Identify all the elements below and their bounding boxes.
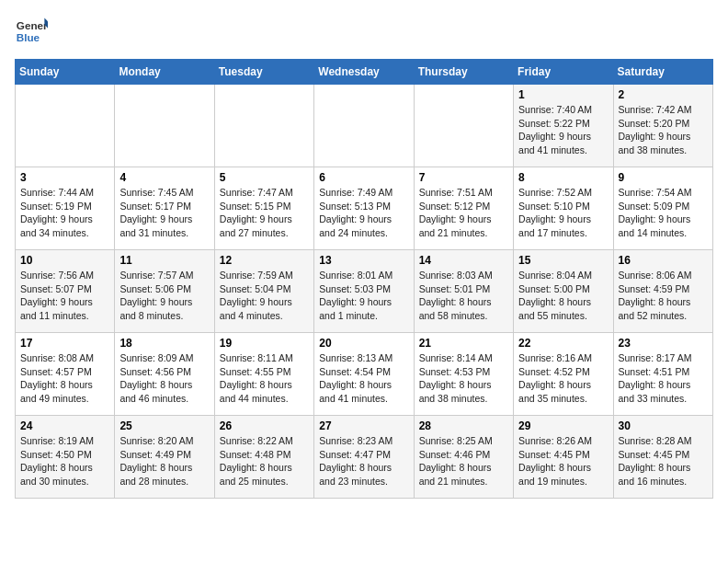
logo: General Blue <box>15 15 51 48</box>
header-day-sunday: Sunday <box>16 60 115 85</box>
day-info: Sunrise: 7:44 AM Sunset: 5:19 PM Dayligh… <box>20 186 109 240</box>
week-row-0: 1Sunrise: 7:40 AM Sunset: 5:22 PM Daylig… <box>16 85 713 167</box>
header-day-wednesday: Wednesday <box>314 60 414 85</box>
calendar-cell: 27Sunrise: 8:23 AM Sunset: 4:47 PM Dayli… <box>314 416 414 499</box>
calendar-cell: 29Sunrise: 8:26 AM Sunset: 4:45 PM Dayli… <box>514 416 613 499</box>
day-number: 21 <box>419 337 508 350</box>
day-info: Sunrise: 8:01 AM Sunset: 5:03 PM Dayligh… <box>319 269 408 323</box>
calendar-cell: 12Sunrise: 7:59 AM Sunset: 5:04 PM Dayli… <box>214 250 313 333</box>
day-info: Sunrise: 8:23 AM Sunset: 4:47 PM Dayligh… <box>319 434 408 488</box>
day-info: Sunrise: 7:51 AM Sunset: 5:12 PM Dayligh… <box>419 186 508 240</box>
calendar-cell: 16Sunrise: 8:06 AM Sunset: 4:59 PM Dayli… <box>613 250 712 333</box>
day-number: 6 <box>319 171 408 184</box>
day-number: 10 <box>20 254 109 267</box>
day-info: Sunrise: 7:49 AM Sunset: 5:13 PM Dayligh… <box>319 186 408 240</box>
header-day-friday: Friday <box>514 60 613 85</box>
calendar-cell: 21Sunrise: 8:14 AM Sunset: 4:53 PM Dayli… <box>414 333 513 416</box>
day-info: Sunrise: 8:06 AM Sunset: 4:59 PM Dayligh… <box>619 269 708 323</box>
day-info: Sunrise: 8:03 AM Sunset: 5:01 PM Dayligh… <box>419 269 508 323</box>
calendar-cell: 1Sunrise: 7:40 AM Sunset: 5:22 PM Daylig… <box>514 85 613 167</box>
day-info: Sunrise: 7:57 AM Sunset: 5:06 PM Dayligh… <box>119 269 209 323</box>
calendar-cell: 4Sunrise: 7:45 AM Sunset: 5:17 PM Daylig… <box>115 167 214 250</box>
day-info: Sunrise: 8:19 AM Sunset: 4:50 PM Dayligh… <box>20 434 109 488</box>
calendar-cell: 9Sunrise: 7:54 AM Sunset: 5:09 PM Daylig… <box>613 167 712 250</box>
day-number: 15 <box>518 254 608 267</box>
week-row-3: 17Sunrise: 8:08 AM Sunset: 4:57 PM Dayli… <box>16 333 713 416</box>
day-info: Sunrise: 8:13 AM Sunset: 4:54 PM Dayligh… <box>319 351 408 406</box>
calendar-cell: 8Sunrise: 7:52 AM Sunset: 5:10 PM Daylig… <box>514 167 613 250</box>
calendar-cell: 17Sunrise: 8:08 AM Sunset: 4:57 PM Dayli… <box>16 333 115 416</box>
calendar-cell: 25Sunrise: 8:20 AM Sunset: 4:49 PM Dayli… <box>115 416 214 499</box>
day-number: 4 <box>119 171 209 184</box>
calendar-cell: 15Sunrise: 8:04 AM Sunset: 5:00 PM Dayli… <box>514 250 613 333</box>
day-info: Sunrise: 8:14 AM Sunset: 4:53 PM Dayligh… <box>419 351 508 406</box>
calendar-cell: 2Sunrise: 7:42 AM Sunset: 5:20 PM Daylig… <box>613 85 712 167</box>
calendar-cell: 23Sunrise: 8:17 AM Sunset: 4:51 PM Dayli… <box>613 333 712 416</box>
calendar-cell <box>314 85 414 167</box>
day-info: Sunrise: 8:20 AM Sunset: 4:49 PM Dayligh… <box>119 434 209 488</box>
day-number: 30 <box>619 419 708 432</box>
day-info: Sunrise: 8:09 AM Sunset: 4:56 PM Dayligh… <box>119 351 209 406</box>
week-row-2: 10Sunrise: 7:56 AM Sunset: 5:07 PM Dayli… <box>16 250 713 333</box>
day-info: Sunrise: 7:47 AM Sunset: 5:15 PM Dayligh… <box>220 186 309 240</box>
day-number: 22 <box>518 337 608 350</box>
day-number: 25 <box>119 419 209 432</box>
calendar-cell: 19Sunrise: 8:11 AM Sunset: 4:55 PM Dayli… <box>214 333 313 416</box>
svg-text:General: General <box>17 19 48 31</box>
header-day-tuesday: Tuesday <box>214 60 313 85</box>
calendar-cell: 26Sunrise: 8:22 AM Sunset: 4:48 PM Dayli… <box>214 416 313 499</box>
calendar-cell: 24Sunrise: 8:19 AM Sunset: 4:50 PM Dayli… <box>16 416 115 499</box>
day-info: Sunrise: 7:56 AM Sunset: 5:07 PM Dayligh… <box>20 269 109 323</box>
day-number: 26 <box>220 419 309 432</box>
day-number: 8 <box>518 171 608 184</box>
calendar-cell: 30Sunrise: 8:28 AM Sunset: 4:45 PM Dayli… <box>613 416 712 499</box>
week-row-1: 3Sunrise: 7:44 AM Sunset: 5:19 PM Daylig… <box>16 167 713 250</box>
day-number: 9 <box>619 171 708 184</box>
day-number: 5 <box>220 171 309 184</box>
header-day-monday: Monday <box>115 60 214 85</box>
calendar-cell: 18Sunrise: 8:09 AM Sunset: 4:56 PM Dayli… <box>115 333 214 416</box>
calendar-cell: 11Sunrise: 7:57 AM Sunset: 5:06 PM Dayli… <box>115 250 214 333</box>
day-number: 23 <box>619 337 708 350</box>
day-number: 28 <box>419 419 508 432</box>
day-number: 29 <box>518 419 608 432</box>
calendar-cell: 22Sunrise: 8:16 AM Sunset: 4:52 PM Dayli… <box>514 333 613 416</box>
day-info: Sunrise: 7:59 AM Sunset: 5:04 PM Dayligh… <box>220 269 309 323</box>
page-header: General Blue <box>15 15 713 48</box>
calendar-cell <box>115 85 214 167</box>
calendar-cell: 5Sunrise: 7:47 AM Sunset: 5:15 PM Daylig… <box>214 167 313 250</box>
calendar-header-row: SundayMondayTuesdayWednesdayThursdayFrid… <box>16 60 713 85</box>
header-day-thursday: Thursday <box>414 60 513 85</box>
day-number: 18 <box>119 337 209 350</box>
day-number: 19 <box>220 337 309 350</box>
calendar-cell <box>214 85 313 167</box>
calendar-cell: 3Sunrise: 7:44 AM Sunset: 5:19 PM Daylig… <box>16 167 115 250</box>
day-info: Sunrise: 7:45 AM Sunset: 5:17 PM Dayligh… <box>119 186 209 240</box>
day-info: Sunrise: 8:28 AM Sunset: 4:45 PM Dayligh… <box>619 434 708 488</box>
day-info: Sunrise: 8:11 AM Sunset: 4:55 PM Dayligh… <box>220 351 309 406</box>
calendar-cell: 10Sunrise: 7:56 AM Sunset: 5:07 PM Dayli… <box>16 250 115 333</box>
day-number: 2 <box>619 88 708 101</box>
header-day-saturday: Saturday <box>613 60 712 85</box>
day-number: 17 <box>20 337 109 350</box>
day-info: Sunrise: 8:25 AM Sunset: 4:46 PM Dayligh… <box>419 434 508 488</box>
calendar-cell: 13Sunrise: 8:01 AM Sunset: 5:03 PM Dayli… <box>314 250 414 333</box>
calendar-cell <box>16 85 115 167</box>
logo-icon: General Blue <box>15 15 48 48</box>
week-row-4: 24Sunrise: 8:19 AM Sunset: 4:50 PM Dayli… <box>16 416 713 499</box>
day-info: Sunrise: 8:08 AM Sunset: 4:57 PM Dayligh… <box>20 351 109 406</box>
day-number: 14 <box>419 254 508 267</box>
day-info: Sunrise: 8:16 AM Sunset: 4:52 PM Dayligh… <box>518 351 608 406</box>
calendar-cell: 20Sunrise: 8:13 AM Sunset: 4:54 PM Dayli… <box>314 333 414 416</box>
calendar-cell: 6Sunrise: 7:49 AM Sunset: 5:13 PM Daylig… <box>314 167 414 250</box>
day-info: Sunrise: 7:42 AM Sunset: 5:20 PM Dayligh… <box>619 103 708 157</box>
calendar-cell <box>414 85 513 167</box>
day-number: 3 <box>20 171 109 184</box>
day-number: 16 <box>619 254 708 267</box>
day-number: 11 <box>119 254 209 267</box>
day-number: 20 <box>319 337 408 350</box>
calendar-cell: 14Sunrise: 8:03 AM Sunset: 5:01 PM Dayli… <box>414 250 513 333</box>
day-info: Sunrise: 8:04 AM Sunset: 5:00 PM Dayligh… <box>518 269 608 323</box>
calendar-table: SundayMondayTuesdayWednesdayThursdayFrid… <box>15 59 713 499</box>
calendar-cell: 28Sunrise: 8:25 AM Sunset: 4:46 PM Dayli… <box>414 416 513 499</box>
